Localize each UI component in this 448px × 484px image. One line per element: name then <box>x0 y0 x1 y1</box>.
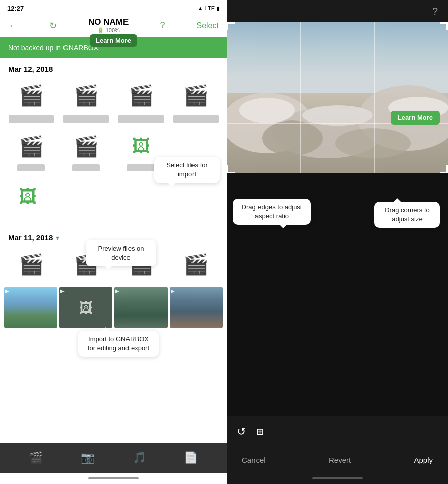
list-item[interactable]: ▶ <box>114 287 168 328</box>
file-label <box>63 115 109 123</box>
video-badge-icon: ▶ <box>5 288 9 294</box>
music-toolbar-button[interactable]: 🎵 <box>133 451 146 464</box>
svg-point-7 <box>239 98 295 123</box>
status-bar: 12:27 ▲ LTE ▮ <box>0 0 227 14</box>
signal-icon: ▲ <box>198 5 203 11</box>
learn-more-right-badge[interactable]: Learn More <box>391 111 440 125</box>
cancel-button[interactable]: Cancel <box>242 456 266 464</box>
rotate-tool-button[interactable]: ↺ <box>237 425 246 438</box>
right-top-bar: ? <box>227 0 448 22</box>
nav-center: NO NAME 🔋 100% <box>88 17 129 34</box>
image-placeholder-icon: 🖼 <box>79 299 93 316</box>
thumbnail-grid: ▶ 🖼 ▶ ▶ ▶ <box>0 287 227 328</box>
home-indicator-bar-dark <box>312 477 363 479</box>
video-icon: 🎬 <box>129 84 154 107</box>
video-icon: 🎬 <box>19 84 44 107</box>
editor-bottom-bar: Cancel Revert Apply <box>227 447 448 473</box>
video-icon: 🎬 <box>74 135 99 158</box>
image-icon: 🖼 <box>132 136 150 157</box>
video-badge-icon: ▶ <box>60 288 65 294</box>
content-scroll[interactable]: Mar 12, 2018 🎬 🎬 🎬 <box>0 58 227 443</box>
list-item[interactable]: 🎬 <box>115 77 167 123</box>
camera-toolbar-button[interactable]: 📷 <box>81 451 94 464</box>
photo-editor-area <box>227 22 448 173</box>
editor-tools-bar: ↺ ⊞ <box>227 416 448 447</box>
video-toolbar-button[interactable]: 🎬 <box>29 451 43 464</box>
list-item[interactable]: ▶ <box>4 287 57 328</box>
left-panel: 12:27 ▲ LTE ▮ ← ↻ NO NAME 🔋 100% ? Selec… <box>0 0 227 484</box>
video-icon: 🎬 <box>19 253 44 276</box>
list-item[interactable]: 🎬 <box>5 77 57 123</box>
list-item[interactable]: 🖼 <box>5 178 50 215</box>
file-toolbar-button[interactable]: 📄 <box>184 451 198 464</box>
home-indicator-bar <box>88 477 139 479</box>
svg-point-8 <box>302 105 373 126</box>
nav-subtitle: 🔋 100% <box>97 27 120 34</box>
right-panel: ? Learn More <box>227 0 448 484</box>
file-icon-box: 🎬 <box>118 77 164 113</box>
nav-title: NO NAME <box>88 17 129 27</box>
image-icon: 🖼 <box>19 186 37 207</box>
home-indicator <box>0 473 227 484</box>
list-item[interactable]: 🎬 <box>5 246 57 282</box>
date-header-1: Mar 12, 2018 <box>0 58 227 77</box>
file-icon-box: 🎬 <box>9 128 54 164</box>
svg-point-6 <box>335 128 411 158</box>
svg-point-5 <box>262 120 323 156</box>
photo-landscape <box>227 22 448 173</box>
tooltip-preview-files: Preview files on device <box>86 240 156 266</box>
list-item[interactable]: 🎬 <box>60 128 112 171</box>
file-label <box>72 164 100 171</box>
file-label <box>17 164 45 171</box>
nav-select-button[interactable]: Select <box>196 21 218 30</box>
list-item[interactable]: ▶ <box>170 287 223 328</box>
file-icon-box: 🎬 <box>9 77 54 113</box>
tooltip-drag-edges: Drag edges to adjust aspect ratio <box>233 199 311 225</box>
date-header-2: Mar 11, 2018 <box>8 233 53 242</box>
file-icon-box: 🎬 <box>173 77 219 113</box>
learn-more-badge[interactable]: Learn More <box>90 34 137 47</box>
file-icon-box: 🎬 <box>9 246 54 282</box>
bottom-toolbar: 🎬 📷 🎵 📄 <box>0 443 227 473</box>
video-icon: 🎬 <box>183 253 209 276</box>
video-icon: 🎬 <box>183 84 209 107</box>
home-indicator-right <box>227 473 448 484</box>
video-badge-icon: ▶ <box>115 288 119 294</box>
tooltip-select-files: Select files for import <box>154 157 220 183</box>
lte-label: LTE <box>205 5 215 11</box>
help-button[interactable]: ? <box>432 6 438 17</box>
status-time: 12:27 <box>7 5 24 12</box>
backup-banner: Not backed up in GNARBOX Learn More <box>0 37 227 58</box>
file-icon-box: 🎬 <box>173 246 219 282</box>
nav-help-button[interactable]: ? <box>160 20 165 31</box>
video-icon: 🎬 <box>19 135 44 158</box>
list-item[interactable]: 🎬 <box>170 246 222 282</box>
file-label <box>118 115 164 123</box>
list-item[interactable]: 🎬 <box>5 128 57 171</box>
video-badge-icon: ▶ <box>171 288 175 294</box>
file-grid-1: 🎬 🎬 🎬 🎬 <box>0 77 227 128</box>
list-item[interactable]: 🎬 <box>60 77 112 123</box>
back-button[interactable]: ← <box>8 20 18 31</box>
revert-button[interactable]: Revert <box>329 456 351 464</box>
video-icon: 🎬 <box>74 84 99 107</box>
status-icons: ▲ LTE ▮ <box>198 5 220 12</box>
file-label <box>9 115 54 123</box>
file-label <box>127 164 155 171</box>
aspect-ratio-tool-button[interactable]: ⊞ <box>256 426 264 437</box>
file-icon-box: 🎬 <box>63 77 109 113</box>
chevron-down-icon[interactable]: ▾ <box>56 234 59 242</box>
list-item[interactable]: 🖼 ▶ <box>59 287 113 328</box>
file-icon-box: 🎬 <box>63 128 109 164</box>
section-divider <box>8 223 219 223</box>
apply-button[interactable]: Apply <box>414 456 433 464</box>
sync-button[interactable]: ↻ <box>49 20 57 31</box>
tooltip-import-gnarbox: Import to GNARBOX for editing and export <box>78 331 159 357</box>
file-icon-box: 🖼 <box>5 178 50 215</box>
list-item[interactable]: 🎬 <box>170 77 222 123</box>
backup-text: Not backed up in GNARBOX <box>8 44 98 52</box>
tooltip-drag-corners: Drag corners to adjust size <box>374 202 440 228</box>
battery-icon: ▮ <box>217 5 220 12</box>
file-label <box>173 115 219 123</box>
